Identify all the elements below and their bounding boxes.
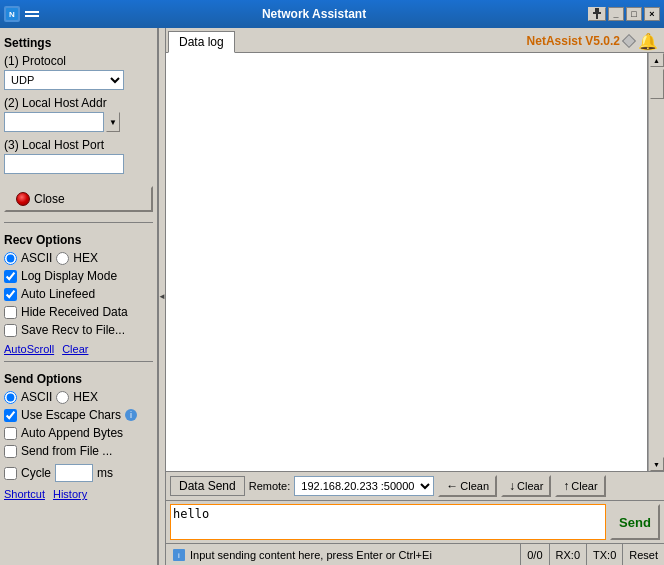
main-container: Settings (1) Protocol UDP TCP Client TCP…	[0, 28, 664, 565]
close-connect-button[interactable]: Close	[4, 186, 153, 212]
svg-rect-6	[596, 14, 598, 19]
cycle-check[interactable]	[4, 467, 17, 480]
close-button[interactable]: ×	[644, 7, 660, 21]
auto-append-label: Auto Append Bytes	[21, 426, 123, 440]
shortcut-link[interactable]: Shortcut	[4, 488, 45, 500]
window-title: Network Assistant	[262, 7, 366, 21]
svg-rect-3	[25, 15, 39, 17]
vertical-scrollbar[interactable]: ▲ ▼	[648, 53, 664, 471]
scroll-down-arrow[interactable]: ▼	[650, 457, 664, 471]
hide-recv-check[interactable]	[4, 306, 17, 319]
send-toolbar: Data Send Remote: 192.168.20.233 :50000 …	[166, 472, 664, 501]
localaddr-dropdown[interactable]: ▼	[106, 112, 120, 132]
send-ascii-label: ASCII	[21, 390, 52, 404]
reset-button[interactable]: Reset	[623, 544, 664, 565]
send-from-item: Send from File ...	[4, 444, 153, 458]
maximize-button[interactable]: □	[626, 7, 642, 21]
bell-icon[interactable]: 🔔	[638, 32, 658, 51]
status-hint: i Input sending content here, press Ente…	[166, 544, 521, 565]
save-recv-label: Save Recv to File...	[21, 323, 125, 337]
scroll-thumb[interactable]	[650, 69, 664, 99]
svg-rect-2	[25, 11, 39, 13]
pin-button[interactable]	[588, 7, 606, 21]
recv-options-label: Recv Options	[4, 233, 153, 247]
send-hex-label: HEX	[73, 390, 98, 404]
title-bar-left: N	[4, 6, 40, 22]
tab-bar: Data log NetAssist V5.0.2 🔔	[166, 28, 664, 53]
settings-label: Settings	[4, 36, 153, 50]
auto-linefeed-label: Auto Linefeed	[21, 287, 95, 301]
send-input-area: hello Send	[166, 501, 664, 543]
clear-link[interactable]: Clear	[62, 343, 88, 355]
data-send-tab[interactable]: Data Send	[170, 476, 245, 496]
status-counter: 0/0	[521, 544, 549, 565]
tab-data-log[interactable]: Data log	[168, 31, 235, 53]
autoscroll-clear-group: AutoScroll Clear	[4, 343, 153, 355]
localaddr-input[interactable]: 192.168.20.224	[4, 112, 104, 132]
recv-hex-radio[interactable]	[56, 252, 69, 265]
shortcut-history-group: Shortcut History	[4, 488, 153, 500]
send-area: Data Send Remote: 192.168.20.233 :50000 …	[166, 471, 664, 543]
localport-group: (3) Local Host Port 50000	[4, 138, 153, 174]
recv-ascii-radio[interactable]	[4, 252, 17, 265]
clear-left-button[interactable]: ↓ Clear	[501, 475, 551, 497]
use-escape-check[interactable]	[4, 409, 17, 422]
send-ascii-radio[interactable]	[4, 391, 17, 404]
recv-hex-label: HEX	[73, 251, 98, 265]
data-log-area[interactable]	[166, 53, 648, 471]
send-textbox[interactable]: hello	[170, 504, 606, 540]
scroll-up-arrow[interactable]: ▲	[650, 53, 664, 67]
clean-button[interactable]: ← Clean	[438, 475, 497, 497]
auto-linefeed-check[interactable]	[4, 288, 17, 301]
status-icon: i	[172, 548, 186, 562]
history-link[interactable]: History	[53, 488, 87, 500]
status-tx: TX:0	[587, 544, 623, 565]
log-display-check[interactable]	[4, 270, 17, 283]
localaddr-group: (2) Local Host Addr 192.168.20.224 ▼	[4, 96, 153, 132]
diamond-icon	[622, 34, 636, 48]
recv-encoding-group: ASCII HEX	[4, 251, 153, 265]
clear-right-button[interactable]: ↑ Clear	[555, 475, 605, 497]
svg-rect-5	[593, 12, 601, 14]
autoscroll-link[interactable]: AutoScroll	[4, 343, 54, 355]
data-log-container: ▲ ▼	[166, 53, 664, 471]
save-recv-check[interactable]	[4, 324, 17, 337]
divider-1	[4, 222, 153, 223]
send-from-label: Send from File ...	[21, 444, 112, 458]
info-icon[interactable]: i	[125, 409, 137, 421]
use-escape-label: Use Escape Chars	[21, 408, 121, 422]
menu-icon[interactable]	[24, 6, 40, 22]
cycle-input[interactable]: 1000	[55, 464, 93, 482]
right-panel: Data log NetAssist V5.0.2 🔔 ▲ ▼	[166, 28, 664, 565]
protocol-label: (1) Protocol	[4, 54, 153, 68]
cycle-label: Cycle	[21, 466, 51, 480]
send-options-label: Send Options	[4, 372, 153, 386]
minimize-button[interactable]: _	[608, 7, 624, 21]
hide-recv-item: Hide Received Data	[4, 305, 153, 319]
status-rx: RX:0	[550, 544, 587, 565]
auto-linefeed-item: Auto Linefeed	[4, 287, 153, 301]
log-display-item: Log Display Mode	[4, 269, 153, 283]
remote-label: Remote:	[249, 480, 291, 492]
protocol-select[interactable]: UDP TCP Client TCP Server	[4, 70, 124, 90]
send-button[interactable]: Send	[610, 504, 660, 540]
use-escape-item: Use Escape Chars i	[4, 408, 153, 422]
title-bar-buttons: _ □ ×	[588, 7, 660, 21]
auto-append-item: Auto Append Bytes	[4, 426, 153, 440]
connection-indicator	[16, 192, 30, 206]
svg-text:N: N	[9, 10, 15, 19]
collapse-button[interactable]: ◄	[158, 28, 166, 565]
version-badge: NetAssist V5.0.2 🔔	[527, 32, 658, 51]
localaddr-label: (2) Local Host Addr	[4, 96, 153, 110]
localport-label: (3) Local Host Port	[4, 138, 153, 152]
hide-recv-label: Hide Received Data	[21, 305, 128, 319]
auto-append-check[interactable]	[4, 427, 17, 440]
log-display-label: Log Display Mode	[21, 269, 117, 283]
svg-text:i: i	[178, 551, 180, 560]
localport-input[interactable]: 50000	[4, 154, 124, 174]
remote-select[interactable]: 192.168.20.233 :50000	[294, 476, 434, 496]
send-from-check[interactable]	[4, 445, 17, 458]
send-hex-radio[interactable]	[56, 391, 69, 404]
scroll-track	[649, 67, 664, 457]
cycle-group: Cycle 1000 ms	[4, 464, 153, 482]
